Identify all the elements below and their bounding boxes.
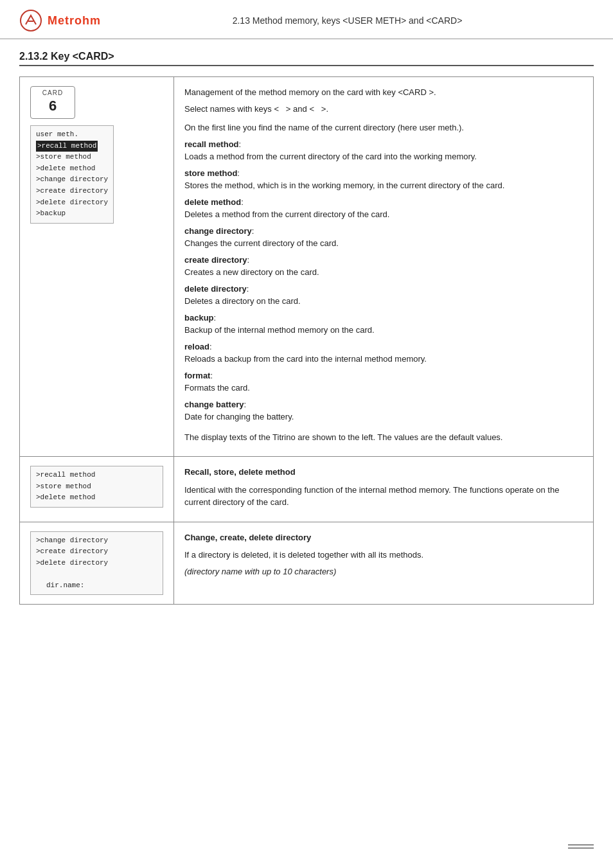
para: recall method:Loads a method from the cu… — [184, 138, 583, 163]
menu-line: >create directory — [36, 186, 108, 197]
para: backup:Backup of the internal method mem… — [184, 312, 583, 337]
menu-line: >change directory — [36, 174, 108, 186]
para: Change, create, delete directory — [184, 531, 583, 544]
menu-line: dir.name: — [36, 580, 157, 592]
para: Recall, store, delete method — [184, 466, 583, 479]
left-col-main: CARD 6 user meth. >recall method >store … — [20, 77, 174, 457]
menu-line: >delete method — [36, 163, 108, 175]
para: (directory name with up to 10 characters… — [184, 565, 583, 578]
menu-line: user meth. — [36, 129, 108, 141]
bold-term: change battery — [184, 400, 244, 409]
bold-term: delete directory — [184, 284, 247, 294]
menu-line: >recall method — [36, 470, 157, 481]
menu-line: >store method — [36, 152, 108, 163]
para: If a directory is deleted, it is deleted… — [184, 549, 583, 562]
bold-term: change directory — [184, 226, 252, 236]
right-col-recall: Recall, store, delete method Identical w… — [174, 457, 594, 522]
menu-line: >store method — [36, 481, 157, 493]
footer-decoration — [568, 844, 594, 849]
section-title: 2.13.2 Key <CARD> — [19, 51, 594, 66]
metrohm-logo-icon — [19, 9, 42, 32]
left-col-directory: >change directory >create directory >del… — [20, 522, 174, 605]
para: The display texts of the Titrino are sho… — [184, 431, 583, 444]
bold-term: format — [184, 371, 210, 380]
para: change directory:Changes the current dir… — [184, 225, 583, 250]
main-table: CARD 6 user meth. >recall method >store … — [19, 76, 594, 605]
para: store method:Stores the method, which is… — [184, 167, 583, 192]
menu-line: >delete directory — [36, 558, 157, 569]
para: delete directory:Deletes a directory on … — [184, 283, 583, 308]
menu-line: >recall method — [36, 141, 108, 152]
para: delete method:Deletes a method from the … — [184, 196, 583, 221]
menu-display: >change directory >create directory >del… — [30, 531, 163, 596]
bold-term: Recall, store, delete method — [184, 467, 296, 477]
right-col-directory: Change, create, delete directory If a di… — [174, 522, 594, 605]
menu-line: >change directory — [36, 535, 157, 547]
bold-term: Change, create, delete directory — [184, 533, 311, 542]
bold-term: backup — [184, 313, 214, 323]
logo-area: Metrohm — [19, 9, 101, 32]
card-number: 6 — [37, 98, 68, 114]
right-col-main: Management of the method memory on the c… — [174, 77, 594, 457]
para: On the first line you find the name of t… — [184, 121, 583, 134]
footer-line-1 — [568, 844, 594, 846]
para: create directory:Creates a new directory… — [184, 254, 583, 279]
para: Select names with keys < > and < >. — [184, 103, 583, 116]
menu-display: >recall method >store method >delete met… — [30, 466, 163, 508]
bold-term: delete method — [184, 197, 241, 207]
table-row: >recall method >store method >delete met… — [20, 457, 594, 522]
para: Identical with the corresponding functio… — [184, 484, 583, 509]
menu-line: >create directory — [36, 546, 157, 558]
bold-term: reload — [184, 342, 209, 351]
left-col-recall: >recall method >store method >delete met… — [20, 457, 174, 522]
page-content: 2.13.2 Key <CARD> CARD 6 user meth. >rec… — [0, 39, 613, 624]
para: change battery:Date for changing the bat… — [184, 398, 583, 423]
bold-term: recall method — [184, 139, 239, 149]
table-row: CARD 6 user meth. >recall method >store … — [20, 77, 594, 457]
card-widget: CARD 6 — [30, 86, 75, 119]
card-label: CARD — [37, 89, 68, 96]
table-row: >change directory >create directory >del… — [20, 522, 594, 605]
menu-line: >delete directory — [36, 197, 108, 209]
header-title: 2.13 Method memory, keys <USER METH> and… — [101, 15, 594, 26]
menu-line: >backup — [36, 208, 108, 220]
logo-text: Metrohm — [48, 14, 101, 28]
menu-line — [36, 569, 157, 580]
para: format:Formats the card. — [184, 369, 583, 394]
bold-term: create directory — [184, 255, 247, 265]
page-header: Metrohm 2.13 Method memory, keys <USER M… — [0, 0, 613, 39]
menu-line: >delete method — [36, 492, 157, 504]
footer-line-2 — [568, 847, 594, 849]
para: Management of the method memory on the c… — [184, 86, 583, 99]
bold-term: store method — [184, 168, 237, 178]
menu-display: user meth. >recall method >store method … — [30, 125, 114, 224]
para: reload:Reloads a backup from the card in… — [184, 341, 583, 366]
